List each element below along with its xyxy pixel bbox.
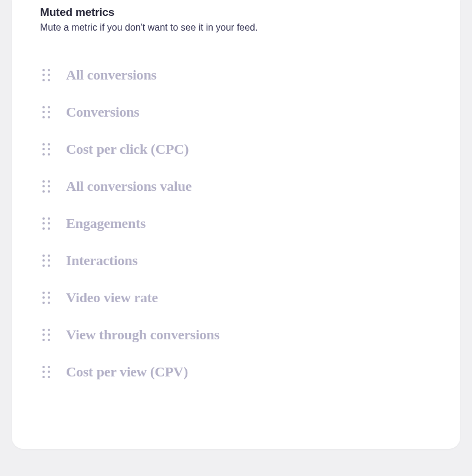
metric-label: All conversions value [66, 178, 192, 194]
drag-handle-icon[interactable] [42, 254, 51, 267]
list-item[interactable]: Conversions [40, 94, 437, 131]
metric-label: Interactions [66, 253, 138, 269]
list-item[interactable]: All conversions [40, 57, 437, 94]
metric-label: Conversions [66, 104, 139, 120]
metric-label: Engagements [66, 216, 146, 232]
list-item[interactable]: Interactions [40, 242, 437, 279]
drag-handle-icon[interactable] [42, 180, 51, 193]
muted-metrics-card: Muted metrics Mute a metric if you don't… [12, 0, 460, 449]
metric-label: Cost per view (CPV) [66, 364, 188, 380]
drag-handle-icon[interactable] [42, 217, 51, 230]
list-item[interactable]: Engagements [40, 205, 437, 242]
list-item[interactable]: View through conversions [40, 316, 437, 353]
section-title: Muted metrics [40, 6, 437, 19]
drag-handle-icon[interactable] [42, 366, 51, 379]
muted-metrics-list: All conversions Conversions Cost per cli… [40, 57, 437, 391]
list-item[interactable]: Video view rate [40, 279, 437, 316]
metric-label: Video view rate [66, 290, 158, 306]
drag-handle-icon[interactable] [42, 329, 51, 342]
metric-label: Cost per click (CPC) [66, 141, 189, 157]
list-item[interactable]: Cost per click (CPC) [40, 131, 437, 168]
drag-handle-icon[interactable] [42, 143, 51, 156]
drag-handle-icon[interactable] [42, 106, 51, 119]
list-item[interactable]: All conversions value [40, 168, 437, 205]
drag-handle-icon[interactable] [42, 292, 51, 305]
list-item[interactable]: Cost per view (CPV) [40, 353, 437, 391]
metric-label: View through conversions [66, 327, 220, 343]
metric-label: All conversions [66, 67, 157, 83]
section-subtitle: Mute a metric if you don't want to see i… [40, 22, 437, 33]
drag-handle-icon[interactable] [42, 69, 51, 82]
